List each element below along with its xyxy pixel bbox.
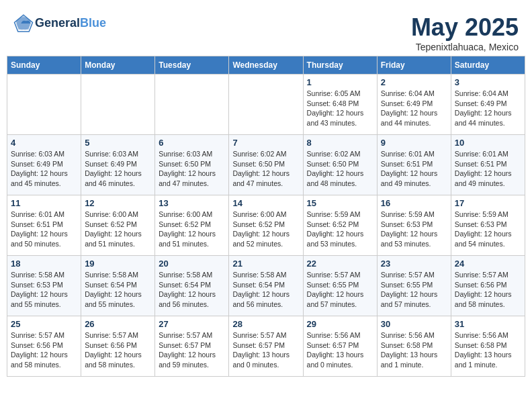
day-info: Sunrise: 5:56 AM Sunset: 6:58 PM Dayligh… [381, 330, 447, 370]
calendar-cell: 5Sunrise: 6:03 AM Sunset: 6:49 PM Daylig… [81, 135, 155, 195]
calendar-cell: 10Sunrise: 6:01 AM Sunset: 6:51 PM Dayli… [451, 135, 525, 195]
calendar-cell: 14Sunrise: 6:00 AM Sunset: 6:52 PM Dayli… [229, 195, 303, 256]
day-info: Sunrise: 6:02 AM Sunset: 6:50 PM Dayligh… [232, 149, 299, 189]
day-info: Sunrise: 6:00 AM Sunset: 6:52 PM Dayligh… [159, 210, 225, 249]
day-number: 27 [159, 319, 225, 329]
location: Tepenixtlahuaca, Mexico [411, 42, 519, 52]
calendar-cell: 12Sunrise: 6:00 AM Sunset: 6:52 PM Dayli… [81, 195, 155, 256]
day-info: Sunrise: 5:58 AM Sunset: 6:53 PM Dayligh… [11, 270, 77, 310]
calendar-table: SundayMondayTuesdayWednesdayThursdayFrid… [7, 56, 525, 377]
calendar-cell: 18Sunrise: 5:58 AM Sunset: 6:53 PM Dayli… [7, 256, 81, 316]
calendar-header-row: SundayMondayTuesdayWednesdayThursdayFrid… [7, 56, 525, 75]
calendar-cell: 25Sunrise: 5:57 AM Sunset: 6:56 PM Dayli… [7, 316, 81, 377]
calendar-cell: 21Sunrise: 5:58 AM Sunset: 6:54 PM Dayli… [229, 256, 303, 316]
day-number: 31 [455, 319, 521, 329]
calendar-cell: 2Sunrise: 6:04 AM Sunset: 6:49 PM Daylig… [377, 75, 451, 135]
calendar-cell: 26Sunrise: 5:57 AM Sunset: 6:56 PM Dayli… [81, 316, 155, 377]
column-header-wednesday: Wednesday [229, 56, 303, 75]
column-header-saturday: Saturday [451, 56, 525, 75]
calendar-cell: 29Sunrise: 5:56 AM Sunset: 6:57 PM Dayli… [303, 316, 377, 377]
day-info: Sunrise: 5:57 AM Sunset: 6:57 PM Dayligh… [232, 330, 299, 370]
day-number: 13 [159, 198, 225, 208]
day-info: Sunrise: 6:01 AM Sunset: 6:51 PM Dayligh… [11, 210, 77, 249]
day-info: Sunrise: 6:00 AM Sunset: 6:52 PM Dayligh… [85, 210, 151, 249]
calendar-cell: 9Sunrise: 6:01 AM Sunset: 6:51 PM Daylig… [377, 135, 451, 195]
day-info: Sunrise: 6:04 AM Sunset: 6:49 PM Dayligh… [455, 89, 521, 128]
day-info: Sunrise: 6:03 AM Sunset: 6:49 PM Dayligh… [85, 149, 151, 189]
day-info: Sunrise: 5:59 AM Sunset: 6:53 PM Dayligh… [455, 210, 521, 249]
day-number: 10 [455, 138, 521, 148]
calendar-cell: 4Sunrise: 6:03 AM Sunset: 6:49 PM Daylig… [7, 135, 81, 195]
day-number: 21 [232, 259, 299, 269]
calendar-cell: 22Sunrise: 5:57 AM Sunset: 6:55 PM Dayli… [303, 256, 377, 316]
title-block: May 2025 Tepenixtlahuaca, Mexico [411, 13, 519, 52]
calendar-cell: 1Sunrise: 6:05 AM Sunset: 6:48 PM Daylig… [303, 75, 377, 135]
day-number: 22 [307, 259, 373, 269]
day-number: 26 [85, 319, 151, 329]
day-number: 6 [159, 138, 225, 148]
day-info: Sunrise: 6:01 AM Sunset: 6:51 PM Dayligh… [455, 149, 521, 189]
calendar-cell: 30Sunrise: 5:56 AM Sunset: 6:58 PM Dayli… [377, 316, 451, 377]
day-info: Sunrise: 6:00 AM Sunset: 6:52 PM Dayligh… [232, 210, 299, 249]
day-info: Sunrise: 5:56 AM Sunset: 6:57 PM Dayligh… [307, 330, 373, 370]
day-number: 18 [11, 259, 77, 269]
calendar-cell: 8Sunrise: 6:02 AM Sunset: 6:50 PM Daylig… [303, 135, 377, 195]
calendar-week-3: 11Sunrise: 6:01 AM Sunset: 6:51 PM Dayli… [7, 195, 525, 256]
day-number: 15 [307, 198, 373, 208]
calendar-cell: 11Sunrise: 6:01 AM Sunset: 6:51 PM Dayli… [7, 195, 81, 256]
day-number: 20 [159, 259, 225, 269]
day-info: Sunrise: 5:57 AM Sunset: 6:56 PM Dayligh… [455, 270, 521, 310]
calendar-cell: 15Sunrise: 5:59 AM Sunset: 6:52 PM Dayli… [303, 195, 377, 256]
day-info: Sunrise: 6:04 AM Sunset: 6:49 PM Dayligh… [381, 89, 447, 128]
calendar-week-5: 25Sunrise: 5:57 AM Sunset: 6:56 PM Dayli… [7, 316, 525, 377]
day-number: 12 [85, 198, 151, 208]
calendar-cell: 31Sunrise: 5:56 AM Sunset: 6:58 PM Dayli… [451, 316, 525, 377]
day-number: 9 [381, 138, 447, 148]
column-header-sunday: Sunday [7, 56, 81, 75]
day-info: Sunrise: 5:57 AM Sunset: 6:56 PM Dayligh… [85, 330, 151, 370]
day-info: Sunrise: 5:58 AM Sunset: 6:54 PM Dayligh… [232, 270, 299, 310]
logo-text: GeneralBlue [35, 16, 106, 31]
column-header-friday: Friday [377, 56, 451, 75]
day-number: 7 [232, 138, 299, 148]
day-info: Sunrise: 5:57 AM Sunset: 6:57 PM Dayligh… [159, 330, 225, 370]
calendar-cell: 24Sunrise: 5:57 AM Sunset: 6:56 PM Dayli… [451, 256, 525, 316]
day-info: Sunrise: 5:56 AM Sunset: 6:58 PM Dayligh… [455, 330, 521, 370]
calendar-cell: 19Sunrise: 5:58 AM Sunset: 6:54 PM Dayli… [81, 256, 155, 316]
day-number: 30 [381, 319, 447, 329]
day-number: 1 [307, 77, 373, 87]
calendar-cell [81, 75, 155, 135]
calendar-cell [7, 75, 81, 135]
calendar-week-1: 1Sunrise: 6:05 AM Sunset: 6:48 PM Daylig… [7, 75, 525, 135]
day-info: Sunrise: 6:05 AM Sunset: 6:48 PM Dayligh… [307, 89, 373, 128]
day-number: 23 [381, 259, 447, 269]
logo-icon [13, 13, 34, 34]
day-number: 2 [381, 77, 447, 87]
page-header: GeneralBlue May 2025 Tepenixtlahuaca, Me… [7, 7, 525, 56]
day-info: Sunrise: 6:02 AM Sunset: 6:50 PM Dayligh… [307, 149, 373, 189]
column-header-tuesday: Tuesday [155, 56, 229, 75]
day-info: Sunrise: 5:58 AM Sunset: 6:54 PM Dayligh… [159, 270, 225, 310]
day-number: 19 [85, 259, 151, 269]
day-info: Sunrise: 5:57 AM Sunset: 6:56 PM Dayligh… [11, 330, 77, 370]
month-title: May 2025 [411, 13, 519, 42]
day-number: 28 [232, 319, 299, 329]
day-info: Sunrise: 6:03 AM Sunset: 6:50 PM Dayligh… [159, 149, 225, 189]
day-number: 3 [455, 77, 521, 87]
day-info: Sunrise: 6:03 AM Sunset: 6:49 PM Dayligh… [11, 149, 77, 189]
day-info: Sunrise: 5:59 AM Sunset: 6:53 PM Dayligh… [381, 210, 447, 249]
logo: GeneralBlue [13, 13, 106, 34]
day-number: 16 [381, 198, 447, 208]
day-number: 24 [455, 259, 521, 269]
calendar-cell [155, 75, 229, 135]
day-number: 29 [307, 319, 373, 329]
day-number: 5 [85, 138, 151, 148]
day-info: Sunrise: 6:01 AM Sunset: 6:51 PM Dayligh… [381, 149, 447, 189]
day-number: 11 [11, 198, 77, 208]
calendar-cell: 20Sunrise: 5:58 AM Sunset: 6:54 PM Dayli… [155, 256, 229, 316]
calendar-cell: 13Sunrise: 6:00 AM Sunset: 6:52 PM Dayli… [155, 195, 229, 256]
column-header-monday: Monday [81, 56, 155, 75]
column-header-thursday: Thursday [303, 56, 377, 75]
calendar-cell: 6Sunrise: 6:03 AM Sunset: 6:50 PM Daylig… [155, 135, 229, 195]
calendar-cell [229, 75, 303, 135]
